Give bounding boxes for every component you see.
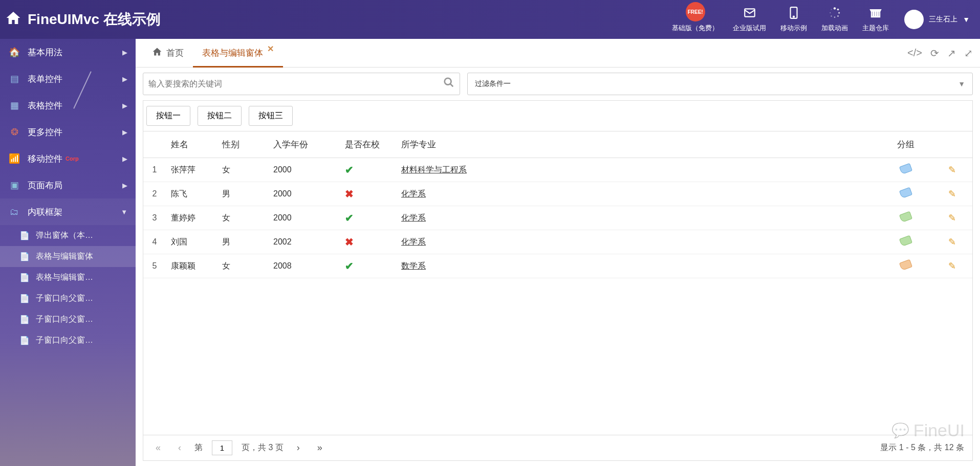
- file-icon: 📄: [19, 315, 30, 324]
- cell-major: 化学系: [396, 206, 880, 230]
- svg-point-10: [831, 9, 832, 10]
- table-row[interactable]: 5康颖颖女2008✔数学系✎: [143, 254, 972, 278]
- pager-prefix: 第: [194, 442, 203, 453]
- svg-point-6: [837, 15, 839, 17]
- pencil-icon[interactable]: ✎: [948, 213, 956, 223]
- sidebar-item-iframe[interactable]: 🗂 内联框架 ▼: [0, 198, 136, 225]
- svg-point-2: [793, 16, 794, 17]
- svg-line-13: [450, 84, 453, 87]
- table-row[interactable]: 1张萍萍女2000✔材料科学与工程系✎: [143, 158, 972, 182]
- cell-gender: 男: [217, 182, 268, 206]
- nav-basic-free[interactable]: FREE! 基础版（免费）: [672, 5, 718, 33]
- pencil-icon[interactable]: ✎: [948, 237, 956, 247]
- sidebar-label: 更多控件: [28, 126, 62, 138]
- table-row[interactable]: 2陈飞男2000✖化学系✎: [143, 182, 972, 206]
- sidebar-subitem-child1[interactable]: 📄 子窗口向父窗…: [0, 288, 136, 309]
- sidebar-subitem-grid-edit[interactable]: 📄 表格与编辑窗体: [0, 246, 136, 267]
- pencil-icon[interactable]: ✎: [948, 165, 956, 175]
- major-link[interactable]: 化学系: [401, 189, 426, 198]
- nav-mobile-demo[interactable]: 移动示例: [780, 5, 807, 33]
- pager-prev[interactable]: ‹: [174, 440, 185, 455]
- sidebar-label: 基本用法: [28, 47, 62, 58]
- major-link[interactable]: 化学系: [401, 213, 426, 222]
- subitem-label: 子窗口向父窗…: [36, 314, 93, 325]
- header-nav: FREE! 基础版（免费） 企业版试用 移动示例 加载动画 主题仓库: [672, 0, 889, 39]
- nav-enterprise[interactable]: 企业版试用: [733, 5, 766, 33]
- cell-edit: ✎: [931, 254, 972, 278]
- cell-name: 董婷婷: [166, 206, 217, 230]
- tag-icon[interactable]: [899, 259, 912, 271]
- refresh-icon[interactable]: ⟳: [930, 47, 939, 59]
- col-group[interactable]: 分组: [880, 131, 931, 158]
- search-icon[interactable]: [443, 77, 454, 91]
- cell-edit: ✎: [931, 182, 972, 206]
- sidebar-subitem-popup[interactable]: 📄 弹出窗体（本…: [0, 225, 136, 246]
- pencil-icon[interactable]: ✎: [948, 189, 956, 199]
- cell-gender: 女: [217, 254, 268, 278]
- cell-major: 材料科学与工程系: [396, 158, 880, 182]
- sidebar-item-more[interactable]: ❂ 更多控件 ▶: [0, 119, 136, 145]
- table-row[interactable]: 3董婷婷女2000✔化学系✎: [143, 206, 972, 230]
- tab-label: 首页: [166, 47, 184, 59]
- col-gender[interactable]: 性别: [217, 131, 268, 158]
- col-major[interactable]: 所学专业: [396, 131, 880, 158]
- col-atschool[interactable]: 是否在校: [335, 131, 396, 158]
- spinner-icon: [828, 5, 841, 20]
- major-link[interactable]: 化学系: [401, 237, 426, 246]
- user-menu[interactable]: ☺ 三生石上 ▼: [904, 10, 970, 29]
- subitem-label: 子窗口向父窗…: [36, 293, 93, 304]
- cell-edit: ✎: [931, 206, 972, 230]
- sidebar-item-form[interactable]: ▤ 表单控件 ▶: [0, 65, 136, 92]
- pencil-icon[interactable]: ✎: [948, 261, 956, 271]
- close-icon[interactable]: ✕: [267, 44, 274, 54]
- expand-icon[interactable]: ⤢: [964, 47, 973, 59]
- svg-point-12: [445, 78, 451, 85]
- button-one[interactable]: 按钮一: [146, 106, 190, 126]
- col-name[interactable]: 姓名: [166, 131, 217, 158]
- cell-group: [880, 206, 931, 230]
- tab-home[interactable]: 首页: [143, 39, 193, 67]
- chevron-right-icon: ▶: [122, 155, 127, 163]
- chevron-down-icon: ▼: [963, 15, 970, 24]
- sidebar-item-basic[interactable]: 🏠 基本用法 ▶: [0, 39, 136, 65]
- major-link[interactable]: 数学系: [401, 261, 426, 270]
- sidebar-subitem-grid-edit2[interactable]: 📄 表格与编辑窗…: [0, 267, 136, 288]
- tag-icon[interactable]: [899, 235, 912, 247]
- app-logo[interactable]: FineUIMvc 在线示例: [5, 10, 161, 30]
- chevron-right-icon: ▶: [122, 182, 127, 189]
- button-three[interactable]: 按钮三: [249, 106, 293, 126]
- code-icon[interactable]: </>: [907, 47, 922, 59]
- col-year[interactable]: 入学年份: [268, 131, 335, 158]
- tab-grid-edit[interactable]: 表格与编辑窗体 ✕: [193, 39, 283, 67]
- cell-gender: 男: [217, 230, 268, 254]
- sidebar-label: 表格控件: [28, 100, 62, 112]
- sidebar-subitem-child3[interactable]: 📄 子窗口向父窗…: [0, 330, 136, 351]
- check-icon: ✔: [345, 260, 354, 272]
- button-two[interactable]: 按钮二: [198, 106, 242, 126]
- file-icon: 📄: [19, 231, 30, 240]
- search-box: [143, 73, 460, 95]
- pager-next[interactable]: ›: [293, 440, 304, 455]
- tag-icon[interactable]: [899, 187, 912, 199]
- sidebar-item-layout[interactable]: ▣ 页面布局 ▶: [0, 172, 136, 198]
- sidebar-subitem-child2[interactable]: 📄 子窗口向父窗…: [0, 309, 136, 330]
- cross-icon: ✖: [345, 188, 354, 199]
- pager-first[interactable]: «: [151, 440, 165, 455]
- pager-info: 显示 1 - 5 条，共 12 条: [880, 442, 964, 453]
- tag-icon[interactable]: [899, 211, 912, 223]
- pager-last[interactable]: »: [313, 440, 326, 455]
- nav-loading[interactable]: 加载动画: [821, 5, 848, 33]
- nav-theme[interactable]: 主题仓库: [862, 5, 889, 33]
- pager-current-input[interactable]: [212, 440, 232, 455]
- table-row[interactable]: 4刘国男2002✖化学系✎: [143, 230, 972, 254]
- major-link[interactable]: 材料科学与工程系: [401, 165, 467, 174]
- search-input[interactable]: [148, 79, 443, 88]
- share-icon[interactable]: ↗: [947, 47, 956, 59]
- sidebar-item-grid[interactable]: ▦ 表格控件 ▶: [0, 92, 136, 119]
- tag-icon[interactable]: [899, 163, 912, 175]
- home-icon: 🏠: [8, 46, 20, 58]
- filter-dropdown[interactable]: 过滤条件一 ▼: [467, 73, 973, 95]
- cell-major: 数学系: [396, 254, 880, 278]
- sidebar-item-mobile[interactable]: 📶 移动控件 Corp ▶: [0, 145, 136, 172]
- sidebar: 🏠 基本用法 ▶ ▤ 表单控件 ▶ ▦ 表格控件 ▶ ❂ 更多控件 ▶ 📶: [0, 39, 136, 466]
